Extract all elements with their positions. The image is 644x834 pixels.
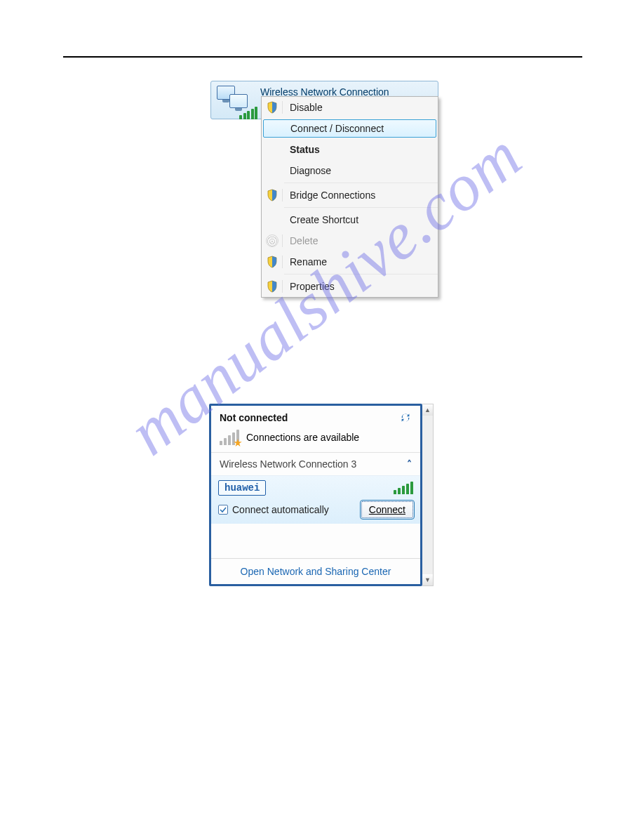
figure-wifi-flyout: Not connected Connections are available …: [209, 404, 434, 586]
ssid-label: huawei: [218, 480, 266, 496]
menu-item-properties[interactable]: Properties: [262, 276, 438, 297]
shield-icon: [267, 189, 278, 201]
menu-item-create-shortcut[interactable]: Create Shortcut: [262, 209, 438, 230]
menu-label: Diagnose: [283, 165, 438, 176]
flyout-header: Not connected: [211, 406, 420, 427]
page-top-divider: [63, 56, 582, 58]
chevron-up-icon: ˄: [407, 458, 412, 470]
menu-separator: [284, 183, 438, 183]
context-menu: Disable Connect / Disconnect Status Diag…: [261, 96, 438, 298]
refresh-icon[interactable]: [399, 411, 412, 424]
connect-automatically-checkbox[interactable]: Connect automatically: [218, 504, 329, 515]
status-title: Not connected: [220, 412, 288, 423]
menu-label: Create Shortcut: [283, 214, 438, 225]
menu-separator: [284, 274, 438, 274]
menu-label: Connect / Disconnect: [285, 123, 436, 134]
menu-item-disable[interactable]: Disable: [262, 97, 438, 118]
menu-item-delete: Delete: [262, 230, 438, 251]
figure-context-menu: Wireless Network Connection Disable Conn…: [210, 81, 438, 119]
available-text: Connections are available: [246, 432, 359, 443]
scroll-down-button[interactable]: ▼: [422, 574, 433, 585]
signal-bars-icon: [394, 482, 413, 494]
page: Wireless Network Connection Disable Conn…: [0, 0, 644, 834]
scrollbar[interactable]: ▲ ▼: [422, 404, 434, 586]
menu-label: Properties: [283, 281, 438, 292]
network-item[interactable]: huawei Connect automatically Connect: [211, 475, 420, 524]
shield-icon: [267, 256, 278, 268]
menu-item-bridge[interactable]: Bridge Connections: [262, 185, 438, 206]
menu-label: Bridge Connections: [283, 190, 438, 201]
menu-label: Delete: [283, 235, 438, 246]
shield-icon: [267, 101, 278, 114]
connect-button[interactable]: Connect: [361, 501, 413, 518]
flyout-footer: Open Network and Sharing Center: [211, 558, 420, 584]
menu-label: Disable: [283, 102, 438, 113]
section-label: Wireless Network Connection 3: [220, 458, 356, 470]
menu-label: Rename: [283, 256, 438, 267]
network-adapter-icon: [215, 84, 256, 118]
available-row: Connections are available: [211, 427, 420, 452]
menu-separator: [284, 207, 438, 208]
shield-icon: [267, 280, 278, 293]
menu-item-connect-disconnect[interactable]: Connect / Disconnect: [263, 119, 436, 138]
signal-available-icon: [220, 430, 239, 445]
menu-label: Status: [283, 144, 438, 155]
open-network-center-link[interactable]: Open Network and Sharing Center: [241, 566, 391, 577]
wifi-flyout: Not connected Connections are available …: [209, 404, 422, 586]
menu-item-diagnose[interactable]: Diagnose: [262, 160, 438, 181]
menu-item-status[interactable]: Status: [262, 139, 438, 160]
section-header[interactable]: Wireless Network Connection 3 ˄: [211, 452, 420, 475]
fingerprint-icon: [266, 234, 279, 247]
scroll-up-button[interactable]: ▲: [422, 404, 433, 416]
auto-label-text: Connect automatically: [232, 504, 329, 515]
menu-item-rename[interactable]: Rename: [262, 251, 438, 272]
checkbox-icon: [218, 505, 228, 515]
